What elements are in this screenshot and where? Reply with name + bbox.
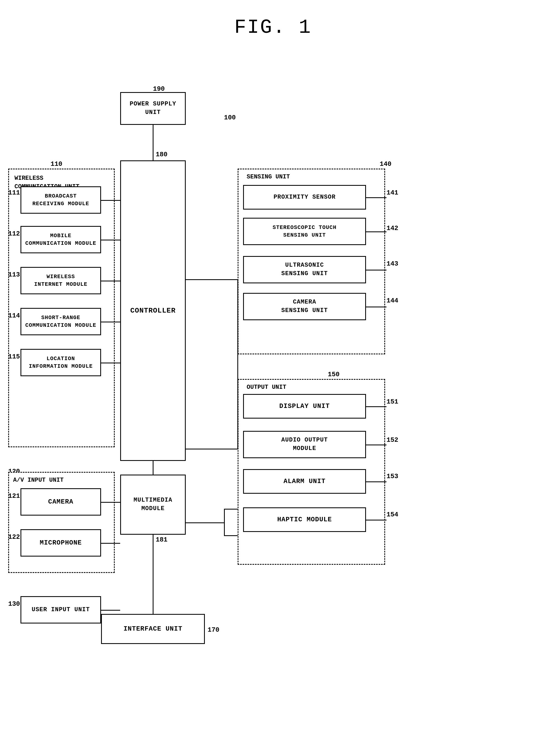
label-111: 111 [8,189,20,196]
line-ctrl-sensing [186,279,238,280]
box-alarm: ALARM UNIT [243,469,366,494]
box-camera-sensing: CAMERA SENSING UNIT [243,293,366,320]
label-181: 181 [156,536,168,543]
line-cam-sensing-tick [366,307,386,307]
box-controller: CONTROLLER [120,160,186,461]
line-camera-ctrl [101,502,120,503]
label-150: 150 [328,371,339,378]
label-av-input: A/V INPUT UNIT [13,477,64,484]
box-broadcast: BROADCAST RECEIVING MODULE [20,186,101,214]
line-mic-ctrl [101,543,120,544]
label-154: 154 [386,511,398,518]
box-multimedia: MULTIMEDIA MODULE [120,475,186,535]
line-multi-iface [153,535,154,614]
box-stereo-touch: STEREOSCOPIC TOUCH SENSING UNIT [243,218,366,245]
label-100: 100 [224,114,236,121]
line-alarm-tick [366,481,386,482]
box-user-input: USER INPUT UNIT [20,596,101,623]
line-proximity-tick [366,197,386,198]
box-interface: INTERFACE UNIT [101,614,205,644]
line-stereo-tick [366,231,386,232]
label-130: 130 [8,600,20,608]
box-location-info: LOCATION INFORMATION MODULE [20,349,101,376]
line-multi-mem [186,522,224,523]
line-winet-ctrl [101,281,120,281]
label-115: 115 [8,353,20,360]
line-broadcast-ctrl [101,200,120,201]
box-haptic: HAPTIC MODULE [243,507,366,532]
line-userinput-multi [101,610,120,611]
label-141: 141 [386,189,398,196]
box-mobile-comm: MOBILE COMMUNICATION MODULE [20,226,101,253]
label-110: 110 [51,160,62,168]
box-microphone: MICROPHONE [20,529,101,557]
box-audio-output: AUDIO OUTPUT MODULE [243,431,366,458]
box-proximity: PROXIMITY SENSOR [243,185,366,210]
label-152: 152 [386,436,398,444]
box-short-range: SHORT-RANGE COMMUNICATION MODULE [20,308,101,335]
label-153: 153 [386,473,398,480]
box-wireless-internet: WIRELESS INTERNET MODULE [20,267,101,294]
box-power-supply: POWER SUPPLY UNIT [120,92,186,125]
label-180: 180 [156,151,168,158]
label-output: OUTPUT UNIT [247,384,286,391]
line-location-ctrl [101,363,120,363]
line-mobile-ctrl [101,240,120,240]
label-190: 190 [153,85,165,93]
label-sensing: SENSING UNIT [247,173,290,180]
line-shortrange-ctrl [101,322,120,322]
line-audio-tick [366,445,386,445]
line-psu-ctrl [153,125,154,160]
label-113: 113 [8,271,20,278]
label-151: 151 [386,398,398,405]
line-ctrl-output [186,449,238,449]
line-right-bus [238,279,238,449]
label-112: 112 [8,230,20,237]
label-144: 144 [386,297,398,304]
line-ultrasonic-tick [366,270,386,270]
line-ctrl-multi [153,461,154,475]
label-170: 170 [208,626,219,634]
page-title: FIG. 1 [0,0,546,50]
box-ultrasonic: ULTRASONIC SENSING UNIT [243,256,366,283]
label-122: 122 [8,533,20,541]
label-140: 140 [380,160,391,168]
label-114: 114 [8,312,20,319]
box-av-input-group: A/V INPUT UNIT [8,472,115,573]
diagram: 190 100 POWER SUPPLY UNIT 180 CONTROLLER… [0,50,546,756]
box-camera: CAMERA [20,488,101,516]
line-haptic-tick [366,520,386,520]
box-display: DISPLAY UNIT [243,394,366,419]
label-143: 143 [386,260,398,267]
label-121: 121 [8,492,20,500]
label-142: 142 [386,225,398,232]
line-display-tick [366,406,386,407]
